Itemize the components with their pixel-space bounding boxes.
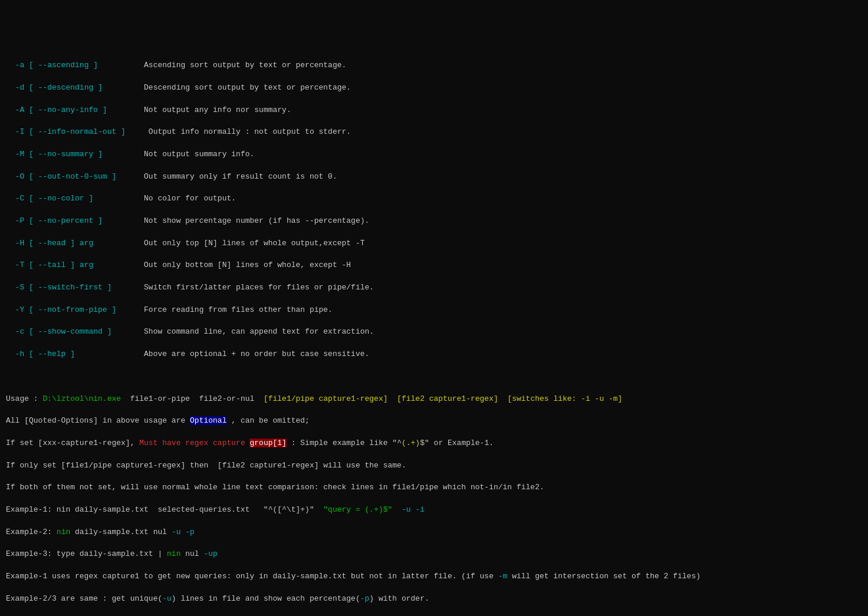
line-ex3: Example-3: type daily-sample.txt | nin n… [6,549,862,560]
line-8: -P [ --no-percent ] Not show percentage … [6,216,862,227]
line-13: -c [ --show-command ] Show command line,… [6,327,862,338]
line-4: -I [ --info-normal-out ] Output info nor… [6,127,862,138]
line-1: -a [ --ascending ] Ascending sort output… [6,60,862,71]
line-2: -d [ --descending ] Descending sort outp… [6,83,862,94]
line-ex1: Example-1: nin daily-sample.txt selected… [6,505,862,516]
terminal-output: -a [ --ascending ] Ascending sort output… [6,49,862,616]
line-10: -T [ --tail ] arg Out only bottom [N] li… [6,260,862,271]
line-14: -h [ --help ] Above are optional + no or… [6,349,862,360]
line-if-set: If set [xxx-capture1-regex], Must have r… [6,438,862,449]
line-7: -C [ --no-color ] No color for output. [6,193,862,205]
line-6: -O [ --out-not-0-sum ] Out summary only … [6,172,862,183]
line-11: -S [ --switch-first ] Switch first/latte… [6,282,862,294]
line-if-only: If only set [file1/pipe capture1-regex] … [6,460,862,472]
line-12: -Y [ --not-from-pipe ] Force reading fro… [6,305,862,316]
line-ex23-desc: Example-2/3 are same : get unique(-u) li… [6,594,862,605]
line-9: -H [ --head ] arg Out only top [N] lines… [6,238,862,249]
line-ex2: Example-2: nin daily-sample.txt nul -u -… [6,527,862,538]
line-ex1-desc: Example-1 uses regex capture1 to get new… [6,571,862,582]
line-usage: Usage : D:\lztool\nin.exe file1-or-pipe … [6,394,862,405]
line-3: -A [ --no-any-info ] Not output any info… [6,105,862,116]
line-quoted: All [Quoted-Options] in above usage are … [6,416,862,427]
line-5: -M [ --no-summary ] Not output summary i… [6,149,862,160]
line-blank-1 [6,371,862,383]
line-if-both: If both of them not set, will use normal… [6,482,862,493]
